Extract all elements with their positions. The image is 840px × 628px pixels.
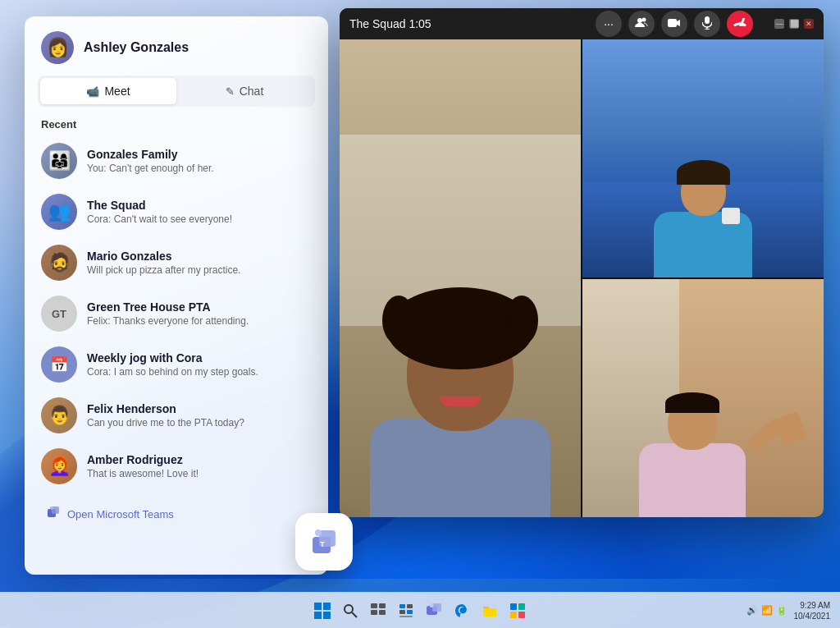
edge-button[interactable] — [450, 599, 473, 622]
list-item[interactable]: 👨 Felix Henderson Can you drive me to th… — [31, 390, 322, 441]
window-controls: — ⬜ ✕ — [774, 19, 814, 29]
maximize-button[interactable]: ⬜ — [789, 19, 799, 29]
widgets-icon — [398, 603, 414, 619]
search-icon — [342, 603, 358, 619]
svg-rect-26 — [407, 610, 413, 614]
explorer-button[interactable] — [478, 599, 501, 622]
svg-rect-14 — [323, 603, 331, 610]
svg-rect-25 — [399, 610, 405, 614]
video-call-window: The Squad 1:05 ··· — [340, 8, 824, 517]
svg-rect-34 — [518, 612, 525, 618]
more-options-icon: ··· — [604, 17, 614, 30]
svg-rect-20 — [379, 603, 386, 608]
svg-point-3 — [637, 18, 642, 23]
taskview-button[interactable] — [367, 599, 390, 622]
svg-rect-21 — [371, 610, 377, 615]
svg-rect-23 — [399, 604, 405, 608]
svg-point-30 — [430, 603, 434, 607]
svg-rect-29 — [432, 603, 441, 612]
svg-rect-27 — [399, 616, 413, 617]
contact-info-amber: Amber Rodriguez That is awesome! Love it… — [87, 453, 312, 479]
svg-point-11 — [315, 529, 322, 536]
contact-name: Felix Henderson — [87, 402, 312, 415]
svg-rect-19 — [371, 603, 377, 608]
contact-avatar-weekly-jog: 📅 — [41, 346, 77, 383]
camera-button[interactable] — [661, 11, 687, 37]
recent-label: Recent — [25, 107, 328, 135]
tab-chat[interactable]: ✎ Chat — [176, 78, 313, 104]
end-call-icon — [733, 16, 747, 31]
user-avatar: 👩 — [41, 31, 74, 64]
taskbar-system-tray: 🔊 📶 🔋 9:29 AM 10/4/2021 — [746, 600, 831, 621]
contact-name: The Squad — [87, 199, 312, 212]
video-participant-woman-coffee — [582, 39, 824, 277]
svg-rect-33 — [510, 612, 517, 618]
start-button[interactable] — [311, 599, 334, 622]
store-button[interactable] — [506, 599, 529, 622]
widgets-button[interactable] — [395, 599, 418, 622]
svg-rect-22 — [379, 610, 386, 615]
end-call-button[interactable] — [727, 11, 753, 37]
tab-bar: 📹 Meet ✎ Chat — [38, 76, 315, 107]
participants-icon — [635, 16, 648, 32]
camera-icon — [668, 17, 681, 31]
list-item[interactable]: 🧔 Mario Gonzales Will pick up pizza afte… — [31, 237, 322, 288]
list-item[interactable]: 👩‍🦰 Amber Rodriguez That is awesome! Lov… — [31, 441, 322, 488]
video-participant-woman-smiling — [340, 39, 581, 517]
open-teams-label: Open Microsoft Teams — [67, 508, 174, 520]
svg-point-2 — [50, 507, 53, 510]
current-time: 9:29 AM — [794, 600, 831, 611]
current-date: 10/4/2021 — [794, 611, 831, 621]
contact-name: Weekly jog with Cora — [87, 351, 312, 364]
chat-panel: 👩 Ashley Gonzales 📹 Meet ✎ Chat Recent 👨… — [25, 16, 328, 575]
contact-avatar-mario: 🧔 — [41, 245, 77, 281]
search-button[interactable] — [339, 599, 362, 622]
contact-info-squad: The Squad Cora: Can't wait to see everyo… — [87, 199, 312, 225]
network-tray-icon[interactable]: 🔊 — [746, 605, 758, 616]
svg-rect-5 — [668, 19, 677, 27]
contact-avatar-amber: 👩‍🦰 — [41, 448, 77, 484]
explorer-icon — [482, 603, 498, 619]
svg-rect-24 — [407, 604, 413, 608]
microphone-button[interactable] — [694, 11, 720, 37]
chat-tab-icon: ✎ — [226, 85, 235, 98]
close-button[interactable]: ✕ — [804, 19, 814, 29]
edge-icon — [454, 603, 470, 619]
svg-rect-31 — [510, 603, 517, 610]
battery-tray-icon[interactable]: 🔋 — [776, 605, 788, 616]
minimize-button[interactable]: — — [774, 19, 784, 29]
contact-avatar-gonzales-family: 👨‍👩‍👧 — [41, 143, 77, 179]
taskview-icon — [370, 603, 386, 619]
contact-name: Gonzales Family — [87, 148, 312, 161]
chat-panel-header: 👩 Ashley Gonzales — [25, 16, 328, 64]
contact-last-message: Can you drive me to the PTA today? — [87, 417, 312, 429]
teams-app-icon[interactable]: T — [295, 513, 353, 571]
volume-tray-icon[interactable]: 📶 — [761, 605, 773, 616]
list-item[interactable]: GT Green Tree House PTA Felix: Thanks ev… — [31, 288, 322, 339]
svg-line-18 — [352, 612, 357, 617]
more-options-button[interactable]: ··· — [596, 11, 622, 37]
list-item[interactable]: 👨‍👩‍👧 Gonzales Family You: Can't get eno… — [31, 135, 322, 186]
tab-meet[interactable]: 📹 Meet — [40, 78, 176, 104]
list-item[interactable]: 📅 Weekly jog with Cora Cora: I am so beh… — [31, 339, 322, 390]
contact-name: Amber Rodriguez — [87, 453, 312, 466]
svg-rect-6 — [705, 16, 710, 24]
meet-tab-icon: 📹 — [86, 85, 99, 98]
contact-info-gonzales-family: Gonzales Family You: Can't get enough of… — [87, 148, 312, 174]
clock[interactable]: 9:29 AM 10/4/2021 — [794, 600, 831, 621]
tab-chat-label: Chat — [240, 85, 264, 98]
call-title: The Squad 1:05 — [349, 17, 587, 30]
chat-taskbar-button[interactable] — [422, 599, 445, 622]
video-titlebar: The Squad 1:05 ··· — [340, 8, 824, 39]
video-call-controls: ··· — [596, 11, 753, 37]
contact-last-message: Will pick up pizza after my practice. — [87, 264, 312, 276]
contact-last-message: That is awesome! Love it! — [87, 468, 312, 479]
list-item[interactable]: 👥 The Squad Cora: Can't wait to see ever… — [31, 186, 322, 237]
contact-name: Green Tree House PTA — [87, 300, 312, 314]
contact-avatar-felix: 👨 — [41, 397, 77, 433]
contact-last-message: Felix: Thanks everyone for attending. — [87, 315, 312, 327]
participants-button[interactable] — [628, 11, 655, 37]
svg-point-17 — [345, 605, 353, 613]
svg-rect-15 — [314, 612, 322, 619]
open-teams-button[interactable]: Open Microsoft Teams — [38, 497, 182, 531]
